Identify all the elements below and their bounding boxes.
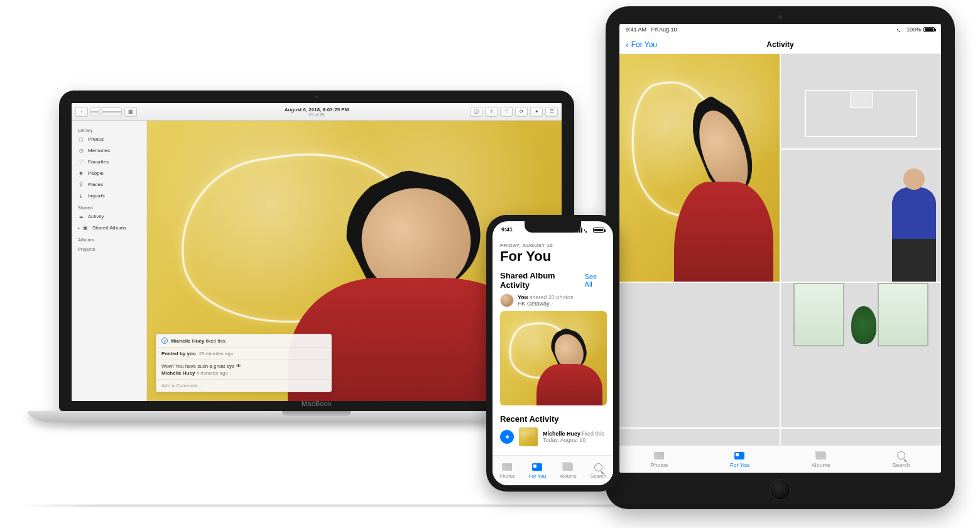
iphone-notch xyxy=(525,221,581,233)
chevron-left-icon: ‹ xyxy=(81,109,83,114)
ipad-home-button[interactable] xyxy=(770,479,791,500)
iphone-device: 9:41 FRIDAY, AUGUST 10 For You Shared Al… xyxy=(486,215,619,492)
ipad-nav-bar: ‹ For You Activity xyxy=(619,35,941,54)
iphone-tab-bar: Photos For You Albums Search xyxy=(493,455,613,485)
posted-by-label: Posted by you xyxy=(161,351,196,356)
ipad-tab-bar: Photos For You Albums Search xyxy=(619,445,941,473)
activity-when: Today, August 10 xyxy=(543,437,604,443)
tab-photos[interactable]: Photos xyxy=(650,451,668,468)
photos-icon xyxy=(502,463,512,471)
ipad-activity-grid[interactable] xyxy=(619,54,941,445)
nav-back-label: For You xyxy=(631,40,657,49)
sidebar-item-favorites[interactable]: ♡Favorites xyxy=(72,157,146,168)
like-row: ☺ Michelle Huey liked this. xyxy=(156,334,331,347)
status-time: 9:41 AM xyxy=(626,26,646,33)
iphone-screen: 9:41 FRIDAY, AUGUST 10 For You Shared Al… xyxy=(493,221,613,485)
share-author: You xyxy=(518,294,528,300)
tab-albums[interactable]: Albums xyxy=(560,462,577,479)
sidebar-item-people[interactable]: ☻People xyxy=(72,168,146,179)
tab-for-you[interactable]: For You xyxy=(529,462,547,479)
activity-suffix: liked this xyxy=(580,431,604,437)
tab-photos[interactable]: Photos xyxy=(499,462,515,479)
recent-activity-item[interactable]: ✦ Michelle Huey liked this Today, August… xyxy=(500,427,606,446)
tab-label: Albums xyxy=(560,473,577,479)
search-icon xyxy=(897,451,905,459)
sidebar-item-label: Photos xyxy=(88,135,104,144)
wifi-icon xyxy=(897,27,904,32)
activity-photo-night[interactable] xyxy=(781,150,941,282)
tab-for-you[interactable]: For You xyxy=(730,451,749,468)
battery-icon xyxy=(593,228,604,233)
photos-icon xyxy=(654,452,664,459)
sidebar-header-shared: Shared xyxy=(72,202,146,211)
back-button[interactable]: ‹ xyxy=(75,107,88,117)
person-icon: ☻ xyxy=(78,169,84,178)
ipad-status-bar: 9:41 AM Fri Aug 10 100% xyxy=(619,24,941,35)
share-button[interactable]: ⇪ xyxy=(485,107,498,117)
tab-albums[interactable]: Albums xyxy=(812,451,830,468)
rotate-icon: ⟳ xyxy=(520,109,524,114)
shared-album-item[interactable]: You shared 23 photos HK Getaway › xyxy=(500,294,606,307)
comment-text: Wow! You have such a great eye 👁 xyxy=(161,363,241,369)
tab-label: Search xyxy=(591,473,606,479)
grid-icon: ▦ xyxy=(128,109,133,114)
nav-title: Activity xyxy=(766,40,793,49)
sidebar-item-shared-albums[interactable]: ▣Shared Albums xyxy=(72,223,146,234)
share-suffix: shared 23 photos xyxy=(528,294,573,300)
activity-photo-court[interactable] xyxy=(781,54,941,148)
search-icon xyxy=(594,463,602,471)
chevron-right-icon: › xyxy=(552,300,553,307)
cloud-icon: ☁ xyxy=(78,212,84,221)
avatar xyxy=(500,294,514,307)
albums-icon xyxy=(563,463,573,471)
battery-icon xyxy=(923,27,935,32)
activity-photo-strip[interactable] xyxy=(619,429,780,445)
for-you-icon xyxy=(532,463,542,471)
edit-grid-button[interactable]: ☰ xyxy=(545,107,558,117)
sidebar-item-label: Favorites xyxy=(88,158,109,167)
see-all-link[interactable]: See All xyxy=(585,273,606,288)
page-title: For You xyxy=(500,248,606,265)
auto-enhance-button[interactable]: ✦ xyxy=(530,107,543,117)
sidebar-item-label: People xyxy=(88,169,104,178)
photos-icon: ▢ xyxy=(78,135,84,144)
favorite-button[interactable]: ♡ xyxy=(500,107,513,117)
activity-author: Michelle Huey xyxy=(543,431,580,437)
activity-photo-hero[interactable] xyxy=(619,54,780,282)
rotate-button[interactable]: ⟳ xyxy=(515,107,528,117)
comment-author: Michelle Huey xyxy=(161,370,195,376)
tab-search[interactable]: Search xyxy=(892,451,910,468)
tab-label: For You xyxy=(529,473,547,479)
nav-back-button[interactable]: ‹ For You xyxy=(626,40,657,49)
overline-date: FRIDAY, AUGUST 10 xyxy=(500,243,606,248)
memories-icon: ◷ xyxy=(78,146,84,155)
comment-card: ☺ Michelle Huey liked this. Posted by yo… xyxy=(156,334,332,392)
activity-photo-strip[interactable] xyxy=(781,429,941,445)
tab-search[interactable]: Search xyxy=(591,462,606,479)
activity-photo-fruit[interactable] xyxy=(619,283,780,427)
comment-time: 4 minutes ago xyxy=(197,370,228,376)
heart-icon: ♡ xyxy=(504,109,509,114)
iphone-for-you-content[interactable]: FRIDAY, AUGUST 10 For You Shared Album A… xyxy=(493,234,613,455)
mac-sidebar: Library ▢Photos ◷Memories ♡Favorites ☻Pe… xyxy=(72,121,147,401)
activity-photo-cafe[interactable] xyxy=(781,283,941,427)
sidebar-item-photos[interactable]: ▢Photos xyxy=(72,134,146,145)
posted-by-row: Posted by you 25 minutes ago xyxy=(156,347,331,360)
sidebar-header-projects: Projects xyxy=(72,243,146,253)
zoom-grid-button[interactable]: ▦ xyxy=(124,107,137,117)
sidebar-item-places[interactable]: ⚲Places xyxy=(72,179,146,190)
share-album-name: HK Getaway xyxy=(518,300,550,307)
shared-album-cover[interactable] xyxy=(500,311,607,405)
status-date: Fri Aug 10 xyxy=(651,26,677,33)
sidebar-header-albums: Albums xyxy=(72,234,146,243)
sidebar-item-activity[interactable]: ☁Activity xyxy=(72,211,146,223)
floor-shadow xyxy=(19,505,961,507)
zoom-slider[interactable] xyxy=(90,107,122,116)
sidebar-item-memories[interactable]: ◷Memories xyxy=(72,145,146,157)
info-button[interactable]: ⓘ xyxy=(470,107,482,117)
sidebar-item-imports[interactable]: ⭳Imports xyxy=(72,190,146,202)
pin-icon: ⚲ xyxy=(78,180,84,189)
sliders-icon: ☰ xyxy=(550,109,554,114)
add-comment-input[interactable]: Add a Comment… xyxy=(156,379,331,392)
sidebar-item-label: Places xyxy=(88,180,103,189)
